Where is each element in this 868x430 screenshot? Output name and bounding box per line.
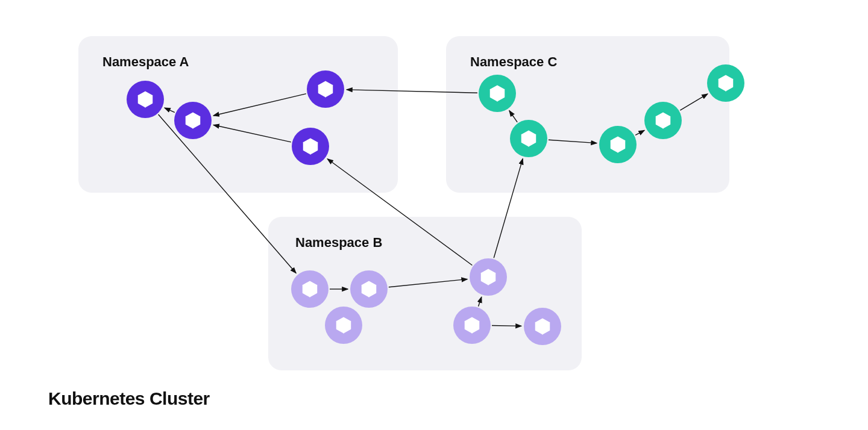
cluster-title: Kubernetes Cluster (48, 388, 210, 409)
namespace-label-b: Namespace B (295, 235, 382, 251)
pod-a3 (307, 70, 344, 108)
pod-b3 (325, 307, 362, 344)
pod-b6 (524, 308, 561, 345)
pod-c2 (510, 120, 547, 157)
pod-b2 (350, 270, 388, 308)
pod-a1 (127, 81, 164, 118)
diagram-canvas: Namespace A Namespace C Namespace B Kube… (0, 0, 868, 430)
pod-b4 (453, 307, 491, 344)
pod-c3 (599, 126, 637, 163)
namespace-label-a: Namespace A (102, 54, 189, 70)
pod-a4 (292, 128, 329, 165)
pod-b5 (470, 258, 507, 296)
pod-c4 (644, 102, 682, 139)
pod-c5 (707, 64, 744, 102)
pod-b1 (291, 270, 329, 308)
namespace-label-c: Namespace C (470, 54, 557, 70)
pod-a2 (174, 102, 212, 139)
pod-c1 (479, 75, 516, 112)
